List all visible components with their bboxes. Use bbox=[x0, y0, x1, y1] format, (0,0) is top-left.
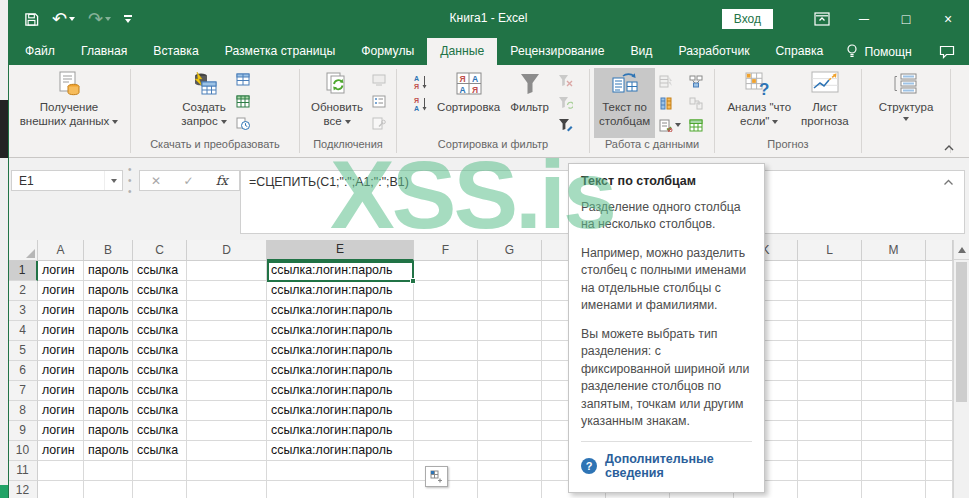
save-button[interactable] bbox=[24, 12, 39, 27]
name-box[interactable]: E1 bbox=[11, 170, 123, 191]
column-header-B[interactable]: B bbox=[84, 240, 133, 261]
cell-partial-3[interactable] bbox=[926, 301, 953, 321]
cell-A4[interactable]: логин bbox=[38, 321, 84, 341]
cell-M7[interactable] bbox=[862, 381, 926, 401]
cell-A2[interactable]: логин bbox=[38, 281, 84, 301]
data-validation-button[interactable] bbox=[657, 116, 683, 134]
sign-in-button[interactable]: Вход bbox=[722, 9, 773, 29]
cell-B7[interactable]: пароль bbox=[84, 381, 133, 401]
collapse-ribbon-button[interactable] bbox=[943, 144, 955, 152]
cell-M12[interactable] bbox=[862, 481, 926, 498]
cell-A11[interactable] bbox=[38, 461, 84, 481]
cell-A8[interactable]: логин bbox=[38, 401, 84, 421]
cell-E8[interactable]: ссылка:логин:пароль bbox=[267, 401, 414, 421]
row-header-8[interactable]: 8 bbox=[8, 401, 38, 421]
cell-D1[interactable] bbox=[187, 261, 267, 281]
cell-A9[interactable]: логин bbox=[38, 421, 84, 441]
consolidate-button[interactable] bbox=[687, 72, 705, 90]
tab-Рецензирование[interactable]: Рецензирование bbox=[497, 38, 617, 65]
cell-G10[interactable] bbox=[478, 441, 542, 461]
sort-button[interactable]: ЯА АЯ Сортировка bbox=[432, 68, 505, 138]
tab-Разметка страницы[interactable]: Разметка страницы bbox=[212, 38, 349, 65]
close-button[interactable]: × bbox=[927, 0, 969, 38]
row-header-2[interactable]: 2 bbox=[8, 281, 38, 301]
cell-D7[interactable] bbox=[187, 381, 267, 401]
cell-L6[interactable] bbox=[798, 361, 862, 381]
column-header-partial[interactable] bbox=[926, 240, 953, 261]
cell-F7[interactable] bbox=[414, 381, 478, 401]
cell-C9[interactable]: ссылка bbox=[133, 421, 187, 441]
cell-B6[interactable]: пароль bbox=[84, 361, 133, 381]
cell-L3[interactable] bbox=[798, 301, 862, 321]
redo-dropdown-icon[interactable] bbox=[105, 17, 111, 21]
cell-B3[interactable]: пароль bbox=[84, 301, 133, 321]
cell-G8[interactable] bbox=[478, 401, 542, 421]
column-header-D[interactable]: D bbox=[187, 240, 267, 261]
collapse-formula-bar-button[interactable] bbox=[943, 179, 954, 186]
cell-B2[interactable]: пароль bbox=[84, 281, 133, 301]
cell-C1[interactable]: ссылка bbox=[133, 261, 187, 281]
cell-L7[interactable] bbox=[798, 381, 862, 401]
cell-B8[interactable]: пароль bbox=[84, 401, 133, 421]
column-header-L[interactable]: L bbox=[798, 240, 862, 261]
cell-G7[interactable] bbox=[478, 381, 542, 401]
cell-M9[interactable] bbox=[862, 421, 926, 441]
cell-G4[interactable] bbox=[478, 321, 542, 341]
cell-E6[interactable]: ссылка:логин:пароль bbox=[267, 361, 414, 381]
cell-A3[interactable]: логин bbox=[38, 301, 84, 321]
cell-A7[interactable]: логин bbox=[38, 381, 84, 401]
cell-C4[interactable]: ссылка bbox=[133, 321, 187, 341]
text-to-columns-button[interactable]: Текст по столбцам bbox=[594, 68, 655, 138]
cell-E1[interactable]: ссылка:логин:пароль bbox=[267, 261, 414, 281]
relationships-button[interactable] bbox=[687, 94, 705, 112]
auto-fill-options-button[interactable] bbox=[425, 466, 448, 487]
advanced-filter-button[interactable] bbox=[556, 116, 575, 134]
reapply-filter-button[interactable] bbox=[556, 94, 575, 112]
cell-M4[interactable] bbox=[862, 321, 926, 341]
tab-Вид[interactable]: Вид bbox=[617, 38, 665, 65]
cell-partial-7[interactable] bbox=[926, 381, 953, 401]
cell-L5[interactable] bbox=[798, 341, 862, 361]
row-header-9[interactable]: 9 bbox=[8, 421, 38, 441]
cell-D12[interactable] bbox=[187, 481, 267, 498]
tab-Разработчик[interactable]: Разработчик bbox=[665, 38, 762, 65]
cell-F4[interactable] bbox=[414, 321, 478, 341]
row-header-4[interactable]: 4 bbox=[8, 321, 38, 341]
cell-G5[interactable] bbox=[478, 341, 542, 361]
cell-M6[interactable] bbox=[862, 361, 926, 381]
cell-A12[interactable] bbox=[38, 481, 84, 498]
cell-E4[interactable]: ссылка:логин:пароль bbox=[267, 321, 414, 341]
tab-Формулы[interactable]: Формулы bbox=[348, 38, 427, 65]
properties-button[interactable] bbox=[370, 92, 388, 110]
cell-partial-6[interactable] bbox=[926, 361, 953, 381]
cell-G2[interactable] bbox=[478, 281, 542, 301]
row-header-7[interactable]: 7 bbox=[8, 381, 38, 401]
cell-C2[interactable]: ссылка bbox=[133, 281, 187, 301]
tab-Главная[interactable]: Главная bbox=[68, 38, 140, 65]
cell-B1[interactable]: пароль bbox=[84, 261, 133, 281]
cell-C12[interactable] bbox=[133, 481, 187, 498]
cell-M10[interactable] bbox=[862, 441, 926, 461]
column-header-F[interactable]: F bbox=[414, 240, 478, 261]
cell-partial-2[interactable] bbox=[926, 281, 953, 301]
maximize-button[interactable]: □ bbox=[885, 0, 927, 38]
recent-sources-button[interactable] bbox=[234, 114, 252, 132]
feedback-button[interactable] bbox=[925, 38, 969, 65]
cell-C7[interactable]: ссылка bbox=[133, 381, 187, 401]
remove-duplicates-button[interactable] bbox=[657, 94, 683, 112]
cell-A6[interactable]: логин bbox=[38, 361, 84, 381]
cell-L11[interactable] bbox=[798, 461, 862, 481]
flash-fill-button[interactable] bbox=[657, 72, 683, 90]
cell-E11[interactable] bbox=[267, 461, 414, 481]
cell-M5[interactable] bbox=[862, 341, 926, 361]
cell-B4[interactable]: пароль bbox=[84, 321, 133, 341]
cell-G3[interactable] bbox=[478, 301, 542, 321]
cell-C5[interactable]: ссылка bbox=[133, 341, 187, 361]
cell-D10[interactable] bbox=[187, 441, 267, 461]
cell-C3[interactable]: ссылка bbox=[133, 301, 187, 321]
select-all-corner[interactable] bbox=[8, 240, 38, 261]
cell-F5[interactable] bbox=[414, 341, 478, 361]
column-header-A[interactable]: A bbox=[38, 240, 84, 261]
cell-E3[interactable]: ссылка:логин:пароль bbox=[267, 301, 414, 321]
cell-L1[interactable] bbox=[798, 261, 862, 281]
